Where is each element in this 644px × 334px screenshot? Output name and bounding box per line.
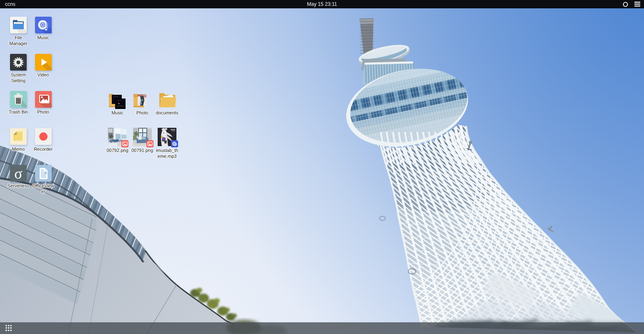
svg-text:σ: σ — [14, 165, 22, 182]
